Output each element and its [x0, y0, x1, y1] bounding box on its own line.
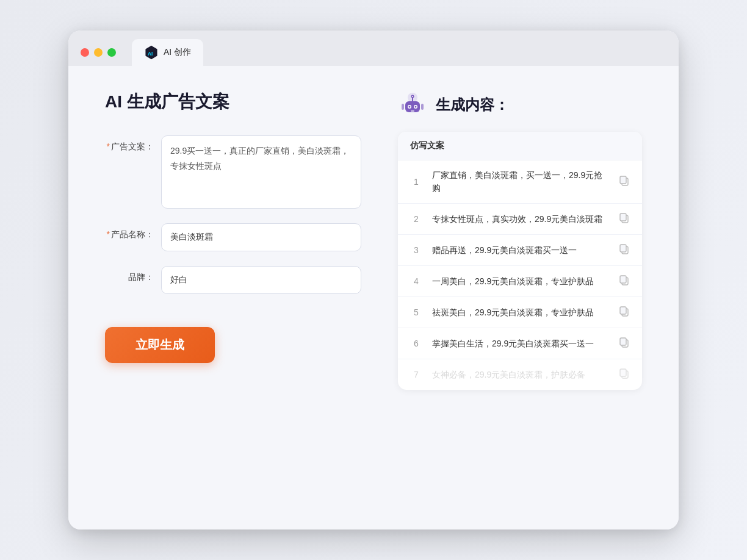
- product-name-group: *产品名称：: [105, 223, 361, 251]
- svg-point-7: [415, 106, 417, 108]
- brand-input[interactable]: [161, 266, 361, 294]
- brand-group: 品牌：: [105, 266, 361, 294]
- svg-rect-12: [421, 104, 424, 110]
- row-number: 6: [410, 339, 422, 348]
- right-header: 生成内容：: [398, 90, 642, 120]
- copy-icon[interactable]: [619, 368, 630, 381]
- table-row: 2专抹女性斑点，真实功效，29.9元美白淡斑霜: [398, 204, 642, 235]
- tab-label: AI 创作: [164, 47, 191, 58]
- svg-rect-8: [411, 110, 414, 112]
- browser-window: AI AI 创作 AI 生成广告文案 *广告文案： 29.9买一送一，真正的厂家…: [68, 31, 679, 529]
- close-button[interactable]: [81, 48, 89, 57]
- row-number: 4: [410, 276, 422, 286]
- svg-rect-25: [620, 338, 626, 345]
- table-row: 4一周美白，29.9元美白淡斑霜，专业护肤品: [398, 266, 642, 297]
- maximize-button[interactable]: [107, 48, 116, 57]
- svg-rect-11: [402, 104, 404, 110]
- svg-point-13: [412, 96, 413, 97]
- row-text: 祛斑美白，29.9元美白淡斑霜，专业护肤品: [432, 306, 609, 319]
- right-title: 生成内容：: [436, 95, 509, 115]
- browser-content: AI 生成广告文案 *广告文案： 29.9买一送一，真正的厂家直销，美白淡斑霜，…: [68, 66, 679, 529]
- table-row: 3赠品再送，29.9元美白淡斑霜买一送一: [398, 235, 642, 266]
- svg-rect-27: [620, 369, 626, 376]
- table-header: 仿写文案: [398, 132, 642, 160]
- svg-rect-23: [620, 307, 626, 314]
- ai-tab-icon: AI: [144, 45, 159, 60]
- row-number: 5: [410, 307, 422, 317]
- ad-copy-group: *广告文案： 29.9买一送一，真正的厂家直销，美白淡斑霜，专抹女性斑点: [105, 135, 361, 209]
- page-title: AI 生成广告文案: [105, 90, 361, 113]
- svg-point-6: [409, 106, 411, 108]
- row-text: 女神必备，29.9元美白淡斑霜，护肤必备: [432, 368, 609, 381]
- table-row: 5祛斑美白，29.9元美白淡斑霜，专业护肤品: [398, 297, 642, 328]
- row-number: 7: [410, 370, 422, 379]
- table-row: 7女神必备，29.9元美白淡斑霜，护肤必备: [398, 359, 642, 390]
- browser-titlebar: AI AI 创作: [68, 31, 679, 66]
- row-text: 专抹女性斑点，真实功效，29.9元美白淡斑霜: [432, 213, 609, 226]
- row-number: 3: [410, 245, 422, 255]
- row-text: 赠品再送，29.9元美白淡斑霜买一送一: [432, 244, 609, 257]
- results-table: 仿写文案 1厂家直销，美白淡斑霜，买一送一，29.9元抢购 2专抹女性斑点，真实…: [398, 132, 642, 390]
- row-text: 厂家直销，美白淡斑霜，买一送一，29.9元抢购: [432, 169, 609, 195]
- row-text: 一周美白，29.9元美白淡斑霜，专业护肤品: [432, 275, 609, 288]
- generate-button[interactable]: 立即生成: [105, 327, 215, 363]
- row-text: 掌握美白生活，29.9元美白淡斑霜买一送一: [432, 337, 609, 350]
- copy-icon[interactable]: [619, 306, 630, 319]
- required-star-1: *: [107, 142, 110, 151]
- table-row: 1厂家直销，美白淡斑霜，买一送一，29.9元抢购: [398, 160, 642, 204]
- svg-rect-15: [620, 176, 626, 184]
- copy-icon[interactable]: [619, 243, 630, 257]
- right-panel: 生成内容： 仿写文案 1厂家直销，美白淡斑霜，买一送一，29.9元抢购 2专抹女…: [398, 90, 642, 390]
- svg-text:AI: AI: [148, 51, 153, 57]
- row-number: 2: [410, 214, 422, 224]
- ad-copy-label: *广告文案：: [105, 135, 154, 153]
- table-row: 6掌握美白生活，29.9元美白淡斑霜买一送一: [398, 328, 642, 359]
- svg-rect-19: [620, 245, 626, 252]
- ad-copy-input[interactable]: 29.9买一送一，真正的厂家直销，美白淡斑霜，专抹女性斑点: [161, 135, 361, 209]
- svg-rect-21: [620, 276, 626, 283]
- product-name-label: *产品名称：: [105, 223, 154, 240]
- traffic-lights: [81, 48, 116, 57]
- left-panel: AI 生成广告文案 *广告文案： 29.9买一送一，真正的厂家直销，美白淡斑霜，…: [105, 90, 361, 363]
- copy-icon[interactable]: [619, 337, 630, 350]
- row-number: 1: [410, 177, 422, 187]
- copy-icon[interactable]: [619, 212, 630, 226]
- required-star-2: *: [107, 229, 110, 239]
- results-container: 1厂家直销，美白淡斑霜，买一送一，29.9元抢购 2专抹女性斑点，真实功效，29…: [398, 160, 642, 390]
- copy-icon[interactable]: [619, 175, 630, 188]
- brand-label: 品牌：: [105, 266, 154, 283]
- robot-icon: [398, 90, 427, 120]
- active-tab[interactable]: AI AI 创作: [132, 39, 203, 66]
- copy-icon[interactable]: [619, 275, 630, 288]
- minimize-button[interactable]: [94, 48, 103, 57]
- main-layout: AI 生成广告文案 *广告文案： 29.9买一送一，真正的厂家直销，美白淡斑霜，…: [105, 90, 642, 390]
- svg-rect-17: [620, 214, 626, 221]
- product-name-input[interactable]: [161, 223, 361, 251]
